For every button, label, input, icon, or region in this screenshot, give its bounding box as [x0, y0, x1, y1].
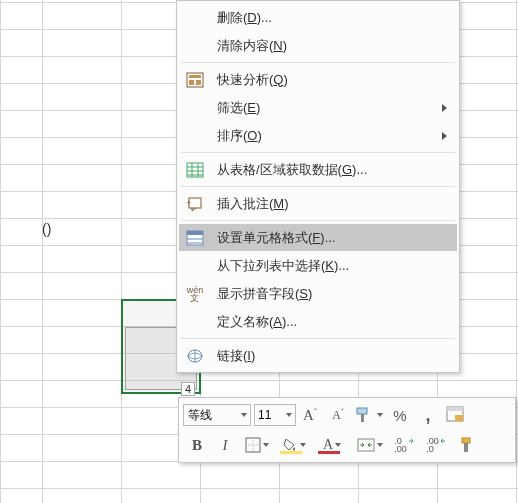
menu-label: 链接(I) [217, 347, 255, 365]
italic-button[interactable]: I [212, 433, 238, 457]
format-painter-button[interactable] [353, 403, 385, 427]
table-data-icon [183, 160, 207, 180]
submenu-arrow-icon [442, 132, 447, 140]
svg-rect-13 [187, 231, 203, 235]
mini-toolbar: 等线 11 Aˆ Aˇ % , B I [178, 397, 516, 463]
dropdown-arrow-icon [263, 443, 269, 447]
bold-button[interactable]: B [184, 433, 210, 457]
menu-get-data-from-range[interactable]: 从表格/区域获取数据(G)... [179, 156, 457, 183]
menu-format-cells[interactable]: 设置单元格格式(F)... [179, 224, 457, 251]
menu-label: 从下拉列表中选择(K)... [217, 257, 349, 275]
menu-define-name[interactable]: 定义名称(A)... [179, 308, 457, 335]
menu-insert-comment[interactable]: + 插入批注(M) [179, 190, 457, 217]
link-icon [183, 346, 207, 366]
blank-icon [183, 98, 207, 118]
svg-rect-3 [196, 80, 201, 85]
svg-rect-18 [361, 414, 364, 422]
menu-sort[interactable]: 排序(O) [179, 122, 457, 149]
decrease-font-button[interactable]: Aˇ [325, 403, 351, 427]
blank-icon [183, 256, 207, 276]
blank-icon [183, 36, 207, 56]
submenu-arrow-icon [442, 104, 447, 112]
format-cells-icon [183, 228, 207, 248]
font-size-select[interactable]: 11 [254, 404, 296, 426]
increase-decimal-button[interactable]: .0.00 [390, 433, 420, 457]
decrease-decimal-button[interactable]: .00.0 [422, 433, 452, 457]
menu-label: 从表格/区域获取数据(G)... [217, 161, 367, 179]
insert-comment-icon: + [183, 194, 207, 214]
merge-center-button[interactable] [352, 433, 388, 457]
blank-icon [183, 8, 207, 28]
format-painter-brush-button[interactable] [454, 433, 480, 457]
dropdown-arrow-icon [335, 443, 341, 447]
phonetic-icon: wén文 [183, 284, 207, 304]
font-color-swatch [318, 451, 340, 454]
menu-hyperlink[interactable]: 链接(I) [179, 342, 457, 369]
menu-label: 删除(D)... [217, 9, 272, 27]
menu-label: 设置单元格格式(F)... [217, 229, 335, 247]
border-button[interactable] [240, 433, 274, 457]
menu-separator [181, 220, 455, 221]
font-name-select[interactable]: 等线 [183, 404, 251, 426]
selection-count-label: 4 [181, 382, 195, 396]
menu-label: 定义名称(A)... [217, 313, 297, 331]
menu-label: 显示拼音字段(S) [217, 285, 312, 303]
svg-rect-26 [462, 438, 470, 443]
svg-rect-2 [189, 80, 194, 85]
dropdown-arrow-icon [300, 443, 306, 447]
menu-label: 筛选(E) [217, 99, 260, 117]
menu-separator [181, 338, 455, 339]
menu-quick-analysis[interactable]: 快速分析(Q) [179, 66, 457, 93]
menu-show-phonetic[interactable]: wén文 显示拼音字段(S) [179, 280, 457, 307]
menu-separator [181, 186, 455, 187]
dropdown-arrow-icon [377, 413, 383, 417]
dropdown-arrow-icon [286, 413, 292, 417]
blank-icon [183, 126, 207, 146]
menu-pick-from-list[interactable]: 从下拉列表中选择(K)... [179, 252, 457, 279]
menu-label: 清除内容(N) [217, 37, 287, 55]
svg-text:+: + [186, 198, 191, 208]
blank-icon [183, 312, 207, 332]
menu-filter[interactable]: 筛选(E) [179, 94, 457, 121]
context-menu: 删除(D)... 清除内容(N) 快速分析(Q) 筛选(E) 排序(O) 从表格… [176, 0, 460, 373]
quick-analysis-icon [183, 70, 207, 90]
percent-format-button[interactable]: % [387, 403, 413, 427]
menu-separator [181, 62, 455, 63]
increase-font-button[interactable]: Aˆ [297, 403, 323, 427]
svg-rect-17 [357, 408, 367, 414]
font-size-value: 11 [258, 408, 271, 422]
fill-color-button[interactable] [276, 433, 312, 457]
dropdown-arrow-icon [377, 443, 383, 447]
menu-clear-contents[interactable]: 清除内容(N) [179, 32, 457, 59]
menu-label: 快速分析(Q) [217, 71, 288, 89]
svg-rect-1 [189, 75, 201, 78]
font-name-value: 等线 [188, 407, 212, 424]
fill-color-swatch [280, 451, 302, 454]
menu-label: 排序(O) [217, 127, 262, 145]
conditional-format-button[interactable] [443, 403, 469, 427]
dropdown-arrow-icon [241, 413, 247, 417]
menu-label: 插入批注(M) [217, 195, 289, 213]
menu-delete[interactable]: 删除(D)... [179, 4, 457, 31]
svg-rect-27 [464, 443, 468, 452]
cell-value: () [42, 221, 51, 237]
svg-rect-20 [447, 407, 463, 411]
comma-format-button[interactable]: , [415, 403, 441, 427]
svg-rect-21 [455, 415, 463, 421]
font-color-button[interactable]: A [314, 433, 350, 457]
menu-separator [181, 152, 455, 153]
